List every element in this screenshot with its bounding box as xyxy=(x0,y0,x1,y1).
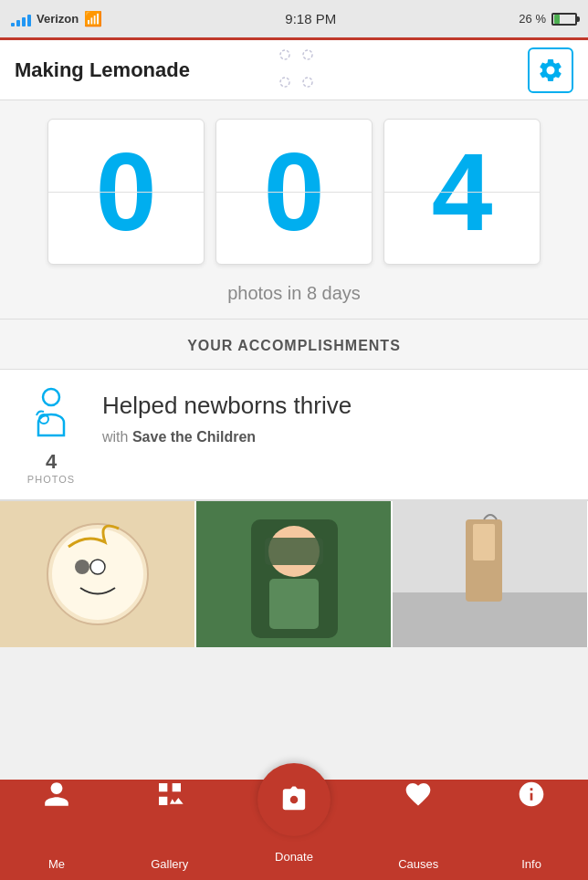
status-left: Verizon 📶 xyxy=(11,10,102,27)
photos-label: PHOTOS xyxy=(27,474,75,485)
svg-point-10 xyxy=(90,560,105,574)
tab-me[interactable]: Me xyxy=(0,780,113,880)
tab-causes[interactable]: Causes xyxy=(362,780,475,880)
page-title: Making Lemonade xyxy=(15,58,190,82)
tab-me-label: Me xyxy=(48,857,65,880)
photo-thumb-3 xyxy=(393,501,588,647)
heart-icon xyxy=(404,780,433,809)
subtitle-prefix: with xyxy=(102,429,132,445)
person-icon xyxy=(42,780,71,809)
accomplishment-text: Helped newborns thrive with Save the Chi… xyxy=(102,384,573,445)
svg-point-0 xyxy=(280,50,289,59)
accomplishment-title: Helped newborns thrive xyxy=(102,392,573,420)
digit-2: 4 xyxy=(432,137,493,246)
accomplishments-heading: YOUR ACCOMPLISHMENTS xyxy=(0,330,588,369)
counter-label: photos in 8 days xyxy=(227,283,361,304)
svg-rect-15 xyxy=(269,579,319,629)
counter-section: 0 0 4 photos in 8 days xyxy=(0,100,588,320)
photo-thumb-2 xyxy=(196,501,393,647)
accomplishments-section: YOUR ACCOMPLISHMENTS 4 PHOTOS Helped new… xyxy=(0,320,588,647)
digit-1: 0 xyxy=(264,137,325,246)
tab-info[interactable]: Info xyxy=(475,780,588,880)
digit-card-2: 4 xyxy=(383,119,541,265)
signal-bars xyxy=(11,12,31,26)
signal-bar-2 xyxy=(16,20,20,26)
status-bar: Verizon 📶 9:18 PM 26 % xyxy=(0,0,588,40)
gallery-icon xyxy=(155,780,184,809)
dots-decoration xyxy=(257,41,331,100)
carrier-label: Verizon xyxy=(37,12,79,26)
tab-gallery[interactable]: Gallery xyxy=(113,780,226,880)
battery-percent: 26 % xyxy=(519,12,546,26)
tab-donate-label: Donate xyxy=(275,850,313,873)
newborn-icon xyxy=(22,384,80,446)
subtitle-org: Save the Children xyxy=(132,429,256,445)
tab-donate[interactable]: Donate xyxy=(226,780,362,880)
battery-icon xyxy=(551,13,577,26)
time-display: 9:18 PM xyxy=(285,11,336,26)
info-icon xyxy=(517,780,546,809)
svg-point-9 xyxy=(75,560,89,574)
wifi-icon: 📶 xyxy=(84,10,102,27)
photos-count: 4 xyxy=(46,450,57,474)
svg-point-3 xyxy=(303,78,312,87)
signal-bar-1 xyxy=(11,23,15,26)
camera-icon xyxy=(279,785,309,814)
accomplishment-subtitle: with Save the Children xyxy=(102,429,573,445)
settings-button[interactable] xyxy=(528,47,573,93)
tab-bar: Me Gallery Donate Causes Info xyxy=(0,780,588,880)
svg-point-4 xyxy=(43,389,59,405)
battery-area: 26 % xyxy=(519,12,577,26)
digit-0: 0 xyxy=(96,137,157,246)
counter-digits: 0 0 4 xyxy=(47,119,541,265)
digit-card-1: 0 xyxy=(215,119,373,265)
accomplishment-icon-area: 4 PHOTOS xyxy=(15,384,88,485)
signal-bar-4 xyxy=(27,15,31,26)
signal-bar-3 xyxy=(22,17,26,26)
svg-point-1 xyxy=(303,50,312,59)
svg-rect-20 xyxy=(473,524,495,560)
tab-gallery-label: Gallery xyxy=(151,857,188,880)
svg-point-2 xyxy=(280,78,289,87)
header: Making Lemonade xyxy=(0,40,588,100)
photo-thumb-1 xyxy=(0,501,196,647)
photo-grid xyxy=(0,500,588,647)
accomplishment-card: 4 PHOTOS Helped newborns thrive with Sav… xyxy=(0,369,588,500)
tab-causes-label: Causes xyxy=(398,857,438,880)
tab-info-label: Info xyxy=(521,857,541,880)
svg-rect-14 xyxy=(265,538,323,565)
donate-circle[interactable] xyxy=(257,763,331,836)
digit-card-0: 0 xyxy=(47,119,205,265)
